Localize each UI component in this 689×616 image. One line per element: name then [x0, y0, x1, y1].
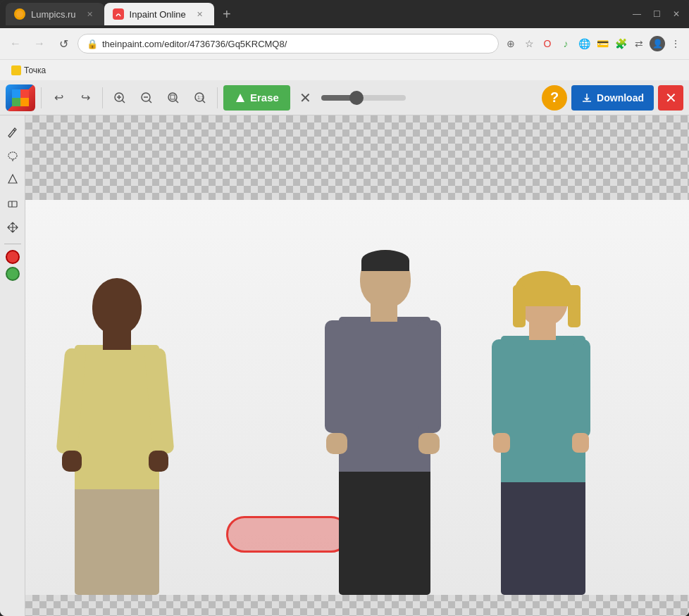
download-button[interactable]: Download: [571, 85, 654, 111]
redo-button[interactable]: ↪: [74, 87, 97, 109]
svg-rect-15: [170, 95, 175, 99]
tab-inpaint[interactable]: Inpaint Online ✕: [104, 3, 214, 25]
svg-text:1:1: 1:1: [197, 95, 204, 100]
vpn-icon[interactable]: 🌐: [576, 36, 592, 51]
color-red[interactable]: [6, 250, 20, 264]
star-icon[interactable]: ☆: [521, 36, 537, 51]
address-bar: ← → ↺ 🔒 theinpaint.com/editor/4736736/Gq…: [0, 28, 689, 59]
bookmark-label: Точка: [24, 65, 46, 75]
brush-size-slider[interactable]: [321, 95, 406, 101]
svg-point-0: [16, 11, 23, 18]
svg-line-11: [149, 100, 152, 103]
polygon-tool[interactable]: [2, 169, 23, 190]
minimize-button[interactable]: —: [630, 7, 644, 21]
opera-icon[interactable]: O: [540, 36, 555, 51]
color-green[interactable]: [6, 267, 20, 281]
canvas-area[interactable]: [25, 115, 689, 616]
editor: ↩ ↪ 1:1 Erase ✕: [0, 80, 689, 616]
browser-window: Lumpics.ru ✕ Inpaint Online ✕ + — ☐ ✕ ← …: [0, 0, 689, 616]
media-icon[interactable]: ♪: [558, 36, 573, 51]
svg-point-13: [168, 93, 177, 101]
close-window-button[interactable]: ✕: [669, 7, 683, 21]
eraser-tool[interactable]: [2, 193, 23, 214]
sync-icon[interactable]: ⇄: [631, 36, 647, 51]
cancel-button[interactable]: ✕: [294, 87, 317, 109]
bookmark-bar: Точка: [0, 59, 689, 80]
selection-box[interactable]: [226, 516, 349, 553]
sep-3: [217, 87, 218, 108]
svg-point-21: [8, 152, 17, 159]
window-controls: — ☐ ✕: [630, 7, 683, 21]
tab-lumpics[interactable]: Lumpics.ru ✕: [6, 3, 104, 25]
close-label: ✕: [665, 89, 677, 106]
help-label: ?: [550, 89, 559, 106]
svg-rect-2: [12, 89, 20, 98]
main-toolbar: ↩ ↪ 1:1 Erase ✕: [0, 80, 689, 115]
add-tab-button[interactable]: +: [217, 4, 237, 24]
sep-1: [41, 87, 42, 108]
address-input[interactable]: 🔒 theinpaint.com/editor/4736736/Gq5KRCMQ…: [77, 34, 499, 54]
extensions-icon[interactable]: 🧩: [613, 36, 628, 51]
zoom-out-button[interactable]: [135, 87, 158, 109]
svg-line-14: [176, 100, 179, 103]
sidebar-sep: [4, 244, 21, 244]
sep-2: [102, 87, 103, 108]
svg-line-7: [123, 100, 125, 103]
menu-icon[interactable]: ⋮: [668, 36, 683, 51]
canvas-wrapper: [0, 115, 689, 616]
zoom-in-button[interactable]: [108, 87, 131, 109]
tab-inpaint-close[interactable]: ✕: [194, 8, 206, 20]
person-1: [61, 278, 173, 595]
refresh-button[interactable]: ↺: [54, 34, 73, 54]
close-editor-button[interactable]: ✕: [658, 85, 683, 111]
tab-lumpics-close[interactable]: ✕: [85, 8, 96, 20]
move-tool[interactable]: [2, 217, 23, 238]
svg-marker-22: [8, 175, 17, 183]
lock-icon: 🔒: [87, 39, 98, 49]
undo-button[interactable]: ↩: [47, 87, 70, 109]
svg-rect-3: [20, 89, 29, 98]
lumpics-icon: [14, 8, 25, 20]
inpaint-icon: [113, 8, 124, 20]
browser-icons: ⊕ ☆ O ♪ 🌐 💳 🧩 ⇄ 👤 ⋮: [503, 36, 683, 51]
download-label: Download: [597, 92, 644, 103]
brush-slider-container: [321, 95, 406, 101]
pencil-tool[interactable]: [2, 121, 23, 142]
svg-line-17: [203, 100, 206, 103]
bookmark-folder[interactable]: Точка: [6, 64, 51, 77]
forward-button[interactable]: →: [30, 34, 49, 54]
svg-marker-19: [236, 94, 244, 102]
left-sidebar: [0, 115, 25, 616]
svg-rect-23: [8, 201, 17, 207]
url-text: theinpaint.com/editor/4736736/Gq5KRCMQ8/: [102, 39, 287, 49]
person-3: [490, 271, 596, 595]
wallet-icon[interactable]: 💳: [595, 36, 610, 51]
help-button[interactable]: ?: [542, 85, 567, 111]
tab-inpaint-label: Inpaint Online: [130, 9, 186, 20]
translate-icon[interactable]: ⊕: [503, 36, 519, 51]
svg-line-20: [13, 130, 15, 131]
svg-rect-4: [12, 98, 20, 106]
logo-button[interactable]: [6, 84, 35, 111]
lasso-tool[interactable]: [2, 145, 23, 166]
zoom-actual-button[interactable]: 1:1: [189, 87, 211, 109]
folder-icon: [11, 65, 21, 75]
title-bar: Lumpics.ru ✕ Inpaint Online ✕ + — ☐ ✕: [0, 0, 689, 28]
erase-label: Erase: [250, 92, 279, 103]
back-button[interactable]: ←: [6, 34, 25, 54]
zoom-fit-button[interactable]: [162, 87, 185, 109]
tab-lumpics-label: Lumpics.ru: [31, 9, 76, 20]
svg-rect-5: [20, 98, 29, 106]
account-icon[interactable]: 👤: [650, 36, 665, 51]
erase-button[interactable]: Erase: [223, 85, 290, 111]
maximize-button[interactable]: ☐: [650, 7, 664, 21]
person-2: [328, 250, 441, 595]
